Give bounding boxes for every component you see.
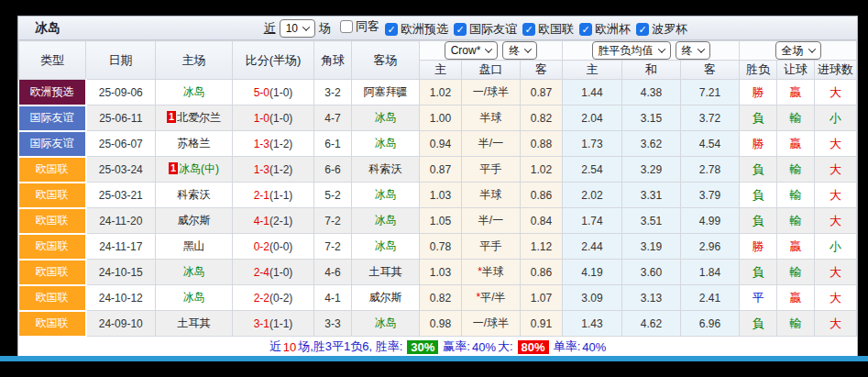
table-row[interactable]: 欧国联 24-09-10 土耳其 3-1(1-1) 3-3 冰岛 0.98 一/… (19, 311, 857, 337)
table-row[interactable]: 欧国联 24-11-17 黑山 0-2(0-0) 7-2 冰岛 0.78 平手 … (19, 234, 857, 260)
table-row[interactable]: 欧国联 24-10-15 冰岛 2-4(1-0) 4-6 土耳其 1.03 *半… (19, 260, 857, 285)
result-wdl: 負 (740, 311, 777, 337)
europe-period-value: 终 (682, 43, 693, 59)
result-handicap: 輸 (777, 157, 815, 183)
odds-home: 3.09 (563, 285, 622, 311)
home-team-name: 冰岛 (183, 291, 205, 304)
handicap-home-odds: 1.03 (420, 260, 462, 285)
handicap-line: 半球 (480, 188, 502, 201)
handicap-line-cell: 半/一 (462, 208, 521, 234)
odds-away: 4.54 (681, 131, 740, 157)
filter-label: 欧洲预选 (401, 21, 448, 38)
match-type-cell: 国际友谊 (19, 131, 86, 157)
filter-label: 同客 (356, 18, 379, 35)
handicap-line: 半/一 (478, 214, 503, 227)
table-row[interactable]: 欧国联 24-10-12 冰岛 2-2(0-2) 4-1 威尔斯 0.82 *平… (19, 285, 857, 311)
handicap-home-odds: 1.02 (420, 80, 462, 105)
odds-home: 1.44 (563, 80, 622, 105)
checkbox-checked-icon[interactable]: ✓ (636, 23, 649, 36)
col-header-type: 类型 (19, 41, 86, 80)
handicap-away-odds: 1.12 (521, 234, 563, 260)
result-wdl: 負 (740, 183, 777, 208)
subcol-result-goals: 进球数 (815, 61, 857, 80)
away-team-name: 冰岛 (375, 188, 397, 201)
checkbox-checked-icon[interactable]: ✓ (579, 23, 592, 36)
filter-checkbox-国际友谊[interactable]: ✓国际友谊 (454, 21, 517, 38)
result-wdl: 負 (740, 105, 777, 131)
match-count-value: 10 (286, 22, 298, 35)
win-rate-badge: 30% (407, 340, 438, 354)
score-cell: 1-0(1-0) (233, 105, 314, 131)
result-goals: 大 (815, 157, 857, 183)
table-row[interactable]: 欧国联 25-03-21 科索沃 2-1(1-1) 5-2 冰岛 1.03 半球… (19, 183, 857, 208)
table-row[interactable]: 国际友谊 25-06-07 苏格兰 1-3(1-2) 6-1 冰岛 0.94 半… (19, 131, 857, 157)
halftime-score: (0-2) (269, 292, 292, 305)
odds-draw: 3.29 (622, 157, 681, 183)
result-goals: 大 (815, 285, 857, 311)
result-goals: 小 (815, 105, 857, 131)
result-handicap: 輸 (777, 311, 815, 337)
away-team-cell: 冰岛 (352, 311, 420, 337)
handicap-line-cell: 半/一 (462, 131, 521, 157)
title-bar: 冰岛 近 10 场 同客✓欧洲预选✓国际友谊✓欧国联✓欧洲杯✓波罗杯 (18, 17, 857, 40)
checkbox-checked-icon[interactable]: ✓ (385, 23, 398, 36)
match-type-cell: 欧洲预选 (19, 80, 86, 105)
handicap-away-odds: 0.87 (521, 80, 563, 105)
europe-period-select[interactable]: 终 (676, 41, 710, 60)
filter-checkbox-欧国联[interactable]: ✓欧国联 (522, 21, 574, 38)
date-cell: 25-09-06 (86, 80, 156, 105)
corners-cell: 4-6 (314, 260, 352, 285)
fulltime-score: 3-1 (254, 317, 269, 330)
halftime-score: (1-2) (269, 138, 292, 150)
table-row[interactable]: 欧国联 25-03-24 1冰岛(中) 1-3(1-2) 6-6 科索沃 0.8… (19, 157, 857, 183)
handicap-line-cell: 平手 (462, 157, 521, 183)
filter-checkbox-波罗杯[interactable]: ✓波罗杯 (636, 21, 687, 38)
scope-select-value: 全场 (782, 43, 804, 59)
scope-select[interactable]: 全场 (775, 41, 821, 60)
checkbox-unchecked-icon[interactable] (340, 20, 353, 33)
europe-odds-select[interactable]: 胜平负均值 (592, 41, 671, 60)
handicap-away-odds: 1.02 (521, 157, 563, 183)
chevron-down-icon (485, 45, 492, 52)
result-handicap: 贏 (777, 285, 815, 311)
result-handicap: 輸 (777, 208, 815, 234)
table-row[interactable]: 欧洲预选 25-09-06 冰岛 5-0(1-0) 3-2 阿塞拜疆 1.02 … (19, 80, 857, 105)
odds-away: 2.41 (681, 285, 740, 311)
col-header-corners: 角球 (314, 41, 352, 80)
checkbox-checked-icon[interactable]: ✓ (522, 23, 535, 36)
match-history-table: 类型 日期 主场 比分(半场) 角球 客场 Crow* 终 (18, 40, 857, 338)
near-link[interactable]: 近 (264, 20, 276, 37)
handicap-line: 半球 (480, 111, 502, 124)
filter-label: 欧国联 (538, 21, 574, 38)
away-team-cell: 威尔斯 (352, 285, 420, 311)
checkbox-checked-icon[interactable]: ✓ (454, 23, 467, 36)
handicap-away-odds: 1.07 (521, 285, 563, 311)
match-count-select[interactable]: 10 (280, 19, 315, 38)
odds-draw: 3.15 (622, 105, 681, 131)
bookmaker-select[interactable]: Crow* (445, 41, 499, 60)
filter-checkbox-欧洲预选[interactable]: ✓欧洲预选 (385, 21, 448, 38)
table-row[interactable]: 欧国联 24-11-20 威尔斯 4-1(2-1) 7-2 冰岛 1.05 半/… (19, 208, 857, 234)
home-team-name: 苏格兰 (178, 137, 211, 150)
subcol-odds-home: 主 (563, 61, 622, 80)
result-goals: 大 (815, 80, 857, 105)
match-type-cell: 国际友谊 (19, 105, 86, 131)
handicap-away-odds: 0.91 (521, 311, 563, 337)
odds-home: 4.19 (563, 260, 622, 285)
fulltime-score: 0-2 (254, 240, 269, 253)
bookmaker-period-select[interactable]: 终 (502, 41, 537, 60)
filter-checkbox-欧洲杯[interactable]: ✓欧洲杯 (579, 21, 631, 38)
date-cell: 24-10-12 (86, 285, 156, 311)
filter-checkbox-同客[interactable]: 同客 (340, 18, 379, 35)
subcol-handicap-home: 主 (420, 61, 462, 80)
table-row[interactable]: 国际友谊 25-06-11 1北爱尔兰 1-0(1-0) 4-7 冰岛 1.00… (19, 105, 857, 131)
date-cell: 24-11-17 (86, 234, 156, 260)
subcol-result-wdl: 胜负 (740, 61, 777, 80)
handicap-away-odds: 0.82 (521, 105, 563, 131)
team-title: 冰岛 (35, 20, 60, 37)
handicap-line-cell: 半球 (462, 105, 521, 131)
result-handicap: 贏 (777, 131, 815, 157)
handicap-away-odds: 0.84 (521, 208, 563, 234)
subcol-handicap-away: 客 (521, 61, 563, 80)
corners-cell: 7-2 (314, 234, 352, 260)
